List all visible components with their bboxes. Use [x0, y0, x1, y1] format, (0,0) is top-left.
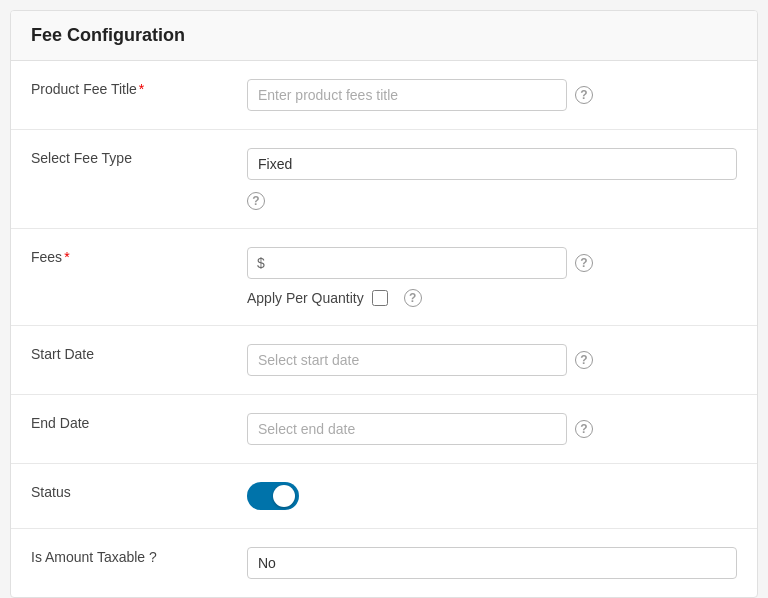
form-table: Product Fee Title* ? Select Fee Type Fix… — [11, 61, 757, 597]
end-date-help-icon[interactable]: ? — [575, 420, 593, 438]
product-fee-title-input[interactable] — [247, 79, 567, 111]
end-date-label: End Date — [11, 395, 227, 464]
is-amount-taxable-field: No — [227, 529, 757, 598]
fees-input[interactable] — [247, 247, 567, 279]
select-fee-type-field: Fixed ? — [227, 130, 757, 229]
is-amount-taxable-row: Is Amount Taxable ? No — [11, 529, 757, 598]
start-date-input[interactable] — [247, 344, 567, 376]
end-date-row: End Date ? — [11, 395, 757, 464]
apply-per-quantity-checkbox[interactable] — [372, 290, 388, 306]
fees-row: Fees* $ ? Apply Per Quantity ? — [11, 229, 757, 326]
product-fee-title-field: ? — [227, 61, 757, 130]
status-label: Status — [11, 464, 227, 529]
product-fee-title-help-icon[interactable]: ? — [575, 86, 593, 104]
required-indicator: * — [139, 81, 144, 97]
start-date-row: Start Date ? — [11, 326, 757, 395]
fees-label: Fees* — [11, 229, 227, 326]
product-fee-title-row: Product Fee Title* ? — [11, 61, 757, 130]
fees-help-icon[interactable]: ? — [575, 254, 593, 272]
fees-required-indicator: * — [64, 249, 69, 265]
toggle-slider — [247, 482, 299, 510]
apply-per-quantity-label: Apply Per Quantity — [247, 290, 364, 306]
status-row: Status — [11, 464, 757, 529]
page-title: Fee Configuration — [31, 25, 737, 46]
product-fee-title-label: Product Fee Title* — [11, 61, 227, 130]
status-field — [227, 464, 757, 529]
is-amount-taxable-display[interactable]: No — [247, 547, 737, 579]
select-fee-type-label: Select Fee Type — [11, 130, 227, 229]
currency-prefix: $ — [257, 255, 265, 271]
end-date-input[interactable] — [247, 413, 567, 445]
select-fee-type-row: Select Fee Type Fixed ? — [11, 130, 757, 229]
start-date-label: Start Date — [11, 326, 227, 395]
select-fee-type-help-icon[interactable]: ? — [247, 192, 265, 210]
fee-type-display[interactable]: Fixed — [247, 148, 737, 180]
card-header: Fee Configuration — [11, 11, 757, 61]
apply-per-qty-help-icon[interactable]: ? — [404, 289, 422, 307]
fees-field: $ ? Apply Per Quantity ? — [227, 229, 757, 326]
is-amount-taxable-label: Is Amount Taxable ? — [11, 529, 227, 598]
status-toggle[interactable] — [247, 482, 299, 510]
fees-input-wrapper: $ — [247, 247, 567, 279]
start-date-help-icon[interactable]: ? — [575, 351, 593, 369]
start-date-field: ? — [227, 326, 757, 395]
end-date-field: ? — [227, 395, 757, 464]
fee-configuration-card: Fee Configuration Product Fee Title* ? S… — [10, 10, 758, 598]
